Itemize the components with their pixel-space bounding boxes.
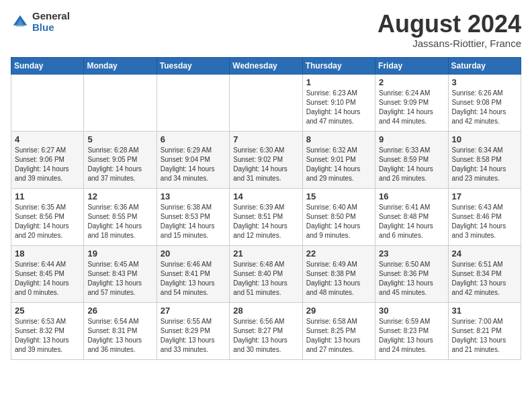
weekday-header: Monday	[84, 57, 157, 74]
weekday-header-row: SundayMondayTuesdayWednesdayThursdayFrid…	[11, 57, 521, 74]
day-info: Sunrise: 6:33 AM Sunset: 8:59 PM Dayligh…	[379, 146, 444, 183]
day-number: 19	[87, 248, 152, 259]
logo-blue: Blue	[32, 22, 70, 34]
day-info: Sunrise: 6:56 AM Sunset: 8:27 PM Dayligh…	[233, 317, 298, 355]
day-number: 22	[306, 248, 371, 259]
page-header: General Blue August 2024 Jassans-Riottie…	[11, 11, 521, 49]
day-number: 30	[379, 306, 444, 316]
day-number: 16	[379, 191, 444, 201]
day-number: 15	[306, 191, 371, 201]
day-number: 31	[452, 306, 517, 316]
day-info: Sunrise: 6:51 AM Sunset: 8:34 PM Dayligh…	[452, 260, 517, 298]
calendar-week-row: 18Sunrise: 6:44 AM Sunset: 8:45 PM Dayli…	[11, 245, 521, 302]
calendar-cell: 28Sunrise: 6:56 AM Sunset: 8:27 PM Dayli…	[230, 302, 302, 359]
day-info: Sunrise: 6:23 AM Sunset: 9:10 PM Dayligh…	[306, 89, 371, 126]
logo: General Blue	[11, 11, 70, 33]
day-info: Sunrise: 6:43 AM Sunset: 8:46 PM Dayligh…	[452, 203, 517, 240]
day-info: Sunrise: 6:24 AM Sunset: 9:09 PM Dayligh…	[379, 89, 444, 126]
day-info: Sunrise: 6:35 AM Sunset: 8:56 PM Dayligh…	[15, 203, 80, 240]
day-number: 5	[87, 134, 152, 144]
calendar-cell: 8Sunrise: 6:32 AM Sunset: 9:01 PM Daylig…	[302, 131, 375, 188]
day-number: 9	[379, 134, 444, 144]
day-number: 28	[233, 306, 298, 316]
calendar-cell: 20Sunrise: 6:46 AM Sunset: 8:41 PM Dayli…	[157, 245, 229, 302]
calendar-cell: 30Sunrise: 6:59 AM Sunset: 8:23 PM Dayli…	[375, 302, 448, 359]
calendar-cell: 23Sunrise: 6:50 AM Sunset: 8:36 PM Dayli…	[375, 245, 448, 302]
day-number: 14	[233, 191, 298, 201]
day-info: Sunrise: 6:38 AM Sunset: 8:53 PM Dayligh…	[161, 203, 226, 240]
calendar-cell: 14Sunrise: 6:39 AM Sunset: 8:51 PM Dayli…	[230, 188, 302, 245]
calendar-cell: 25Sunrise: 6:53 AM Sunset: 8:32 PM Dayli…	[11, 302, 84, 359]
day-info: Sunrise: 6:55 AM Sunset: 8:29 PM Dayligh…	[161, 317, 226, 355]
day-info: Sunrise: 6:50 AM Sunset: 8:36 PM Dayligh…	[379, 260, 444, 298]
weekday-header: Thursday	[302, 57, 375, 74]
calendar-cell: 11Sunrise: 6:35 AM Sunset: 8:56 PM Dayli…	[11, 188, 84, 245]
day-number: 29	[306, 306, 371, 316]
calendar-cell: 21Sunrise: 6:48 AM Sunset: 8:40 PM Dayli…	[230, 245, 302, 302]
calendar-cell	[11, 74, 84, 131]
calendar-cell: 27Sunrise: 6:55 AM Sunset: 8:29 PM Dayli…	[157, 302, 229, 359]
day-info: Sunrise: 6:49 AM Sunset: 8:38 PM Dayligh…	[306, 260, 371, 298]
day-info: Sunrise: 6:53 AM Sunset: 8:32 PM Dayligh…	[15, 317, 80, 355]
day-info: Sunrise: 6:39 AM Sunset: 8:51 PM Dayligh…	[233, 203, 298, 240]
day-number: 6	[161, 134, 226, 144]
calendar-cell: 19Sunrise: 6:45 AM Sunset: 8:43 PM Dayli…	[84, 245, 157, 302]
day-info: Sunrise: 6:41 AM Sunset: 8:48 PM Dayligh…	[379, 203, 444, 240]
day-number: 7	[233, 134, 298, 144]
day-info: Sunrise: 6:36 AM Sunset: 8:55 PM Dayligh…	[87, 203, 152, 240]
calendar-cell: 18Sunrise: 6:44 AM Sunset: 8:45 PM Dayli…	[11, 245, 84, 302]
day-number: 3	[452, 77, 517, 87]
calendar-cell: 6Sunrise: 6:29 AM Sunset: 9:04 PM Daylig…	[157, 131, 229, 188]
day-number: 12	[87, 191, 152, 201]
weekday-header: Friday	[375, 57, 448, 74]
calendar-cell: 12Sunrise: 6:36 AM Sunset: 8:55 PM Dayli…	[84, 188, 157, 245]
day-number: 1	[306, 77, 371, 87]
weekday-header: Wednesday	[230, 57, 302, 74]
calendar-cell: 17Sunrise: 6:43 AM Sunset: 8:46 PM Dayli…	[448, 188, 521, 245]
calendar-cell: 2Sunrise: 6:24 AM Sunset: 9:09 PM Daylig…	[375, 74, 448, 131]
calendar-cell: 15Sunrise: 6:40 AM Sunset: 8:50 PM Dayli…	[302, 188, 375, 245]
calendar-cell	[157, 74, 229, 131]
calendar-cell: 16Sunrise: 6:41 AM Sunset: 8:48 PM Dayli…	[375, 188, 448, 245]
day-info: Sunrise: 7:00 AM Sunset: 8:21 PM Dayligh…	[452, 317, 517, 355]
day-number: 17	[452, 191, 517, 201]
day-info: Sunrise: 6:26 AM Sunset: 9:08 PM Dayligh…	[452, 89, 517, 126]
month-year-title: August 2024	[378, 11, 521, 38]
calendar-week-row: 11Sunrise: 6:35 AM Sunset: 8:56 PM Dayli…	[11, 188, 521, 245]
calendar-table: SundayMondayTuesdayWednesdayThursdayFrid…	[11, 57, 521, 360]
day-number: 10	[452, 134, 517, 144]
calendar-cell: 24Sunrise: 6:51 AM Sunset: 8:34 PM Dayli…	[448, 245, 521, 302]
day-number: 11	[15, 191, 80, 201]
day-info: Sunrise: 6:34 AM Sunset: 8:58 PM Dayligh…	[452, 146, 517, 183]
day-info: Sunrise: 6:54 AM Sunset: 8:31 PM Dayligh…	[87, 317, 152, 355]
calendar-cell	[84, 74, 157, 131]
day-info: Sunrise: 6:45 AM Sunset: 8:43 PM Dayligh…	[87, 260, 152, 298]
calendar-cell: 26Sunrise: 6:54 AM Sunset: 8:31 PM Dayli…	[84, 302, 157, 359]
day-number: 21	[233, 248, 298, 259]
logo-general: General	[32, 11, 70, 22]
day-number: 27	[161, 306, 226, 316]
day-number: 2	[379, 77, 444, 87]
logo-icon	[11, 13, 30, 32]
day-info: Sunrise: 6:48 AM Sunset: 8:40 PM Dayligh…	[233, 260, 298, 298]
calendar-cell	[230, 74, 302, 131]
day-info: Sunrise: 6:46 AM Sunset: 8:41 PM Dayligh…	[161, 260, 226, 298]
day-number: 18	[15, 248, 80, 259]
weekday-header: Sunday	[11, 57, 84, 74]
day-number: 13	[161, 191, 226, 201]
day-number: 25	[15, 306, 80, 316]
calendar-cell: 4Sunrise: 6:27 AM Sunset: 9:06 PM Daylig…	[11, 131, 84, 188]
day-number: 20	[161, 248, 226, 259]
location-subtitle: Jassans-Riottier, France	[378, 38, 521, 49]
day-info: Sunrise: 6:44 AM Sunset: 8:45 PM Dayligh…	[15, 260, 80, 298]
weekday-header: Saturday	[448, 57, 521, 74]
day-number: 26	[87, 306, 152, 316]
calendar-cell: 29Sunrise: 6:58 AM Sunset: 8:25 PM Dayli…	[302, 302, 375, 359]
day-number: 4	[15, 134, 80, 144]
calendar-cell: 7Sunrise: 6:30 AM Sunset: 9:02 PM Daylig…	[230, 131, 302, 188]
day-info: Sunrise: 6:58 AM Sunset: 8:25 PM Dayligh…	[306, 317, 371, 355]
day-info: Sunrise: 6:27 AM Sunset: 9:06 PM Dayligh…	[15, 146, 80, 183]
day-info: Sunrise: 6:32 AM Sunset: 9:01 PM Dayligh…	[306, 146, 371, 183]
day-info: Sunrise: 6:59 AM Sunset: 8:23 PM Dayligh…	[379, 317, 444, 355]
calendar-cell: 31Sunrise: 7:00 AM Sunset: 8:21 PM Dayli…	[448, 302, 521, 359]
